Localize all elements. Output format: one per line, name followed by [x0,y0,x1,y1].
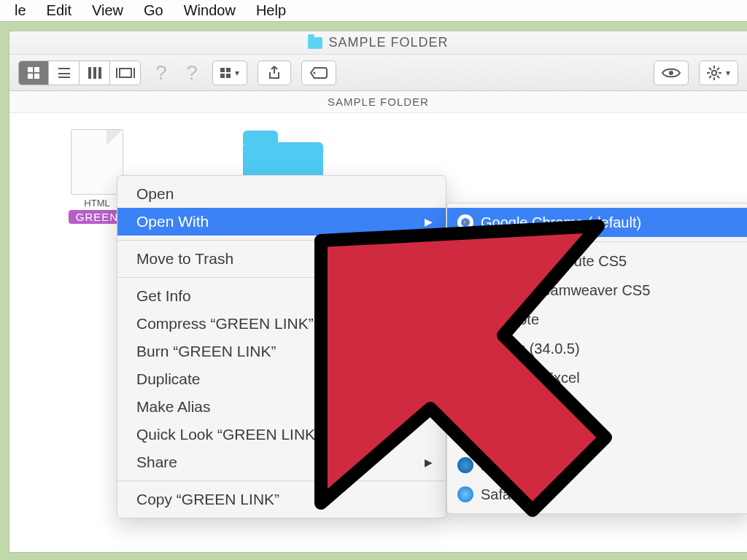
column-view-button[interactable] [80,61,110,85]
help-placeholder-icon: ? [182,61,202,85]
openoffice-icon [457,428,473,444]
openwith-word-label: Microsoft Word [481,399,578,415]
path-bar[interactable]: SAMPLE FOLDER [9,91,747,113]
openwith-evernote[interactable]: Evernote [447,305,747,334]
tag-icon [309,66,328,79]
svg-line-9 [709,76,711,78]
open-with-submenu: Google Chrome (default) Adobe Contribute… [446,203,747,514]
context-menu: Open Open With ▶ Move to Trash Get Info … [117,175,446,518]
action-button[interactable]: ▾ [699,61,738,85]
openwith-excel-label: Microsoft Excel [481,370,580,386]
evernote-icon [457,311,473,327]
ctx-share-label: Share [136,454,177,470]
ctx-share[interactable]: Share ▶ [117,448,446,476]
ctx-get-info[interactable]: Get Info [117,282,446,310]
gear-icon [707,66,721,80]
menu-help[interactable]: Help [246,2,296,19]
arrange-button[interactable]: ▾ [212,61,247,85]
window-title-bar[interactable]: SAMPLE FOLDER [9,31,747,55]
coverflow-view-button[interactable] [110,61,141,85]
dreamweaver-icon [457,282,473,298]
svg-point-1 [669,71,673,75]
help-placeholder-icon: ? [151,61,171,85]
path-bar-label: SAMPLE FOLDER [328,96,429,108]
chevron-down-icon: ▾ [235,68,239,78]
ctx-make-alias[interactable]: Make Alias [117,393,446,421]
document-icon [71,129,123,195]
finder-toolbar: ? ? ▾ ▾ [9,55,747,91]
menu-go[interactable]: Go [133,2,174,19]
svg-point-2 [712,70,716,74]
ctx-copy[interactable]: Copy “GREEN LINK” [117,486,446,513]
openwith-dreamweaver[interactable]: Adobe Dreamweaver CS5 [447,276,747,305]
menu-file[interactable]: le [4,2,36,19]
openwith-rockmelt-label: RockMelt [481,457,541,473]
ctx-move-to-trash[interactable]: Move to Trash [117,245,446,273]
openwith-word[interactable]: Microsoft Word [447,392,747,421]
word-icon [457,399,473,415]
view-mode-group [18,61,141,85]
quick-look-button[interactable] [654,61,689,85]
openwith-chrome[interactable]: Google Chrome (default) [447,208,747,237]
share-button[interactable] [258,61,291,85]
safari-icon [457,486,473,502]
openwith-firefox-label: Firefox (34.0.5) [481,341,580,357]
openwith-firefox[interactable]: Firefox (34.0.5) [447,334,747,363]
ctx-separator [117,277,446,278]
menu-edit[interactable]: Edit [36,2,82,19]
ctx-open-with[interactable]: Open With ▶ [117,208,446,236]
ctx-duplicate[interactable]: Duplicate [117,365,446,393]
svg-line-10 [717,68,719,70]
openwith-excel[interactable]: Microsoft Excel [447,363,747,392]
svg-point-0 [314,71,316,74]
submenu-arrow-icon: ▶ [425,451,433,473]
menu-window[interactable]: Window [174,2,246,19]
ctx-open[interactable]: Open [117,180,446,208]
list-view-button[interactable] [49,61,80,85]
openwith-contribute[interactable]: Adobe Contribute CS5 [447,246,747,276]
contribute-icon [457,253,473,269]
openwith-openoffice[interactable]: OpenOffice [447,421,747,451]
ctx-open-with-label: Open With [136,213,209,230]
openwith-safari[interactable]: Safari [447,480,747,509]
icon-view-button[interactable] [18,61,49,85]
chevron-down-icon: ▾ [726,68,730,78]
excel-icon [457,370,473,386]
openwith-contribute-label: Adobe Contribute CS5 [481,253,627,269]
rockmelt-icon [457,457,473,473]
system-menu-bar: le Edit View Go Window Help [0,0,747,22]
eye-icon [662,67,681,79]
openwith-openoffice-label: OpenOffice [481,428,554,444]
ctx-burn[interactable]: Burn “GREEN LINK” [117,338,446,365]
submenu-arrow-icon: ▶ [425,211,433,233]
svg-line-7 [709,68,711,70]
ctx-separator [447,241,747,242]
window-title: SAMPLE FOLDER [328,35,448,50]
openwith-rockmelt[interactable]: RockMelt [447,451,747,480]
ctx-separator [117,481,446,481]
openwith-evernote-label: Evernote [481,311,539,327]
ctx-quick-look[interactable]: Quick Look “GREEN LINK” [117,421,446,448]
openwith-safari-label: Safari [481,486,519,502]
edit-tags-button[interactable] [301,61,336,85]
share-icon [268,66,281,80]
firefox-icon [457,341,473,357]
openwith-chrome-label: Google Chrome (default) [481,214,641,230]
svg-line-8 [717,76,719,78]
menu-view[interactable]: View [82,2,133,19]
chrome-icon [457,214,473,230]
openwith-dreamweaver-label: Adobe Dreamweaver CS5 [481,282,650,298]
ctx-separator [117,240,446,241]
ctx-compress[interactable]: Compress “GREEN LINK” [117,310,446,338]
folder-icon [308,37,322,49]
